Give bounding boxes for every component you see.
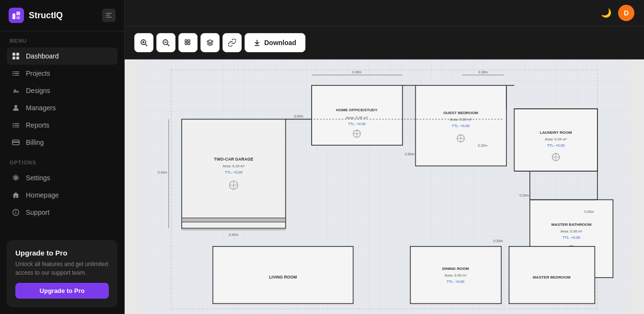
reports-icon — [12, 121, 20, 129]
svg-rect-17 — [12, 123, 14, 124]
homepage-label: Homepage — [26, 191, 59, 199]
svg-rect-22 — [14, 127, 19, 128]
user-avatar[interactable]: D — [618, 5, 634, 21]
svg-rect-9 — [16, 57, 19, 59]
svg-rect-6 — [12, 53, 15, 56]
svg-text:0.30m: 0.30m — [479, 70, 488, 74]
download-button[interactable]: Download — [245, 33, 305, 52]
svg-rect-33 — [188, 40, 190, 42]
reports-label: Reports — [26, 121, 49, 129]
main-content: 🌙 D Download — [125, 0, 644, 314]
svg-text:0.20m: 0.20m — [585, 210, 594, 213]
svg-text:Area: 0.04 m²: Area: 0.04 m² — [545, 137, 567, 141]
svg-rect-1 — [16, 12, 20, 15]
options-label: OPTIONS — [7, 160, 117, 165]
svg-rect-12 — [12, 73, 14, 74]
svg-text:MASTER BATHROOM: MASTER BATHROOM — [551, 222, 592, 227]
sidebar-item-billing[interactable]: Billing — [7, 134, 117, 151]
sidebar-toggle-button[interactable] — [102, 9, 116, 22]
svg-rect-11 — [14, 71, 19, 72]
svg-rect-15 — [14, 75, 19, 76]
zoom-in-button[interactable] — [134, 33, 153, 52]
svg-rect-13 — [14, 73, 19, 74]
topbar: 🌙 D — [125, 0, 644, 26]
svg-text:MASTER BEDROOM: MASTER BEDROOM — [533, 275, 571, 279]
svg-text:TTL: +0.00: TTL: +0.00 — [447, 279, 465, 284]
sidebar-item-support[interactable]: Support — [7, 204, 117, 221]
billing-icon — [12, 138, 20, 147]
svg-text:Area: 0.09 m²: Area: 0.09 m² — [450, 117, 472, 122]
svg-line-26 — [145, 44, 147, 46]
theme-toggle-icon[interactable]: 🌙 — [601, 8, 611, 18]
sidebar-header: StructIQ — [0, 0, 124, 31]
svg-text:Area: 0.05 m²: Area: 0.05 m² — [346, 116, 368, 120]
sidebar-item-dashboard[interactable]: Dashboard — [7, 47, 117, 65]
svg-text:LIVING ROOM: LIVING ROOM — [269, 275, 297, 279]
logo-area: StructIQ — [9, 8, 63, 23]
svg-text:TTL: +0.00: TTL: +0.00 — [225, 170, 243, 174]
svg-rect-19 — [12, 125, 14, 126]
svg-text:Area: 0.06 m²: Area: 0.06 m² — [561, 229, 583, 233]
svg-text:TWO-CAR GARAGE: TWO-CAR GARAGE — [214, 157, 253, 162]
svg-text:DINING ROOM: DINING ROOM — [442, 267, 469, 271]
svg-text:0.60m: 0.60m — [405, 152, 415, 156]
projects-label: Projects — [26, 70, 50, 77]
svg-text:TTL: +0.00: TTL: +0.00 — [452, 124, 469, 128]
svg-rect-8 — [12, 57, 15, 59]
svg-rect-20 — [14, 125, 19, 126]
billing-label: Billing — [26, 139, 44, 146]
designs-label: Designs — [26, 87, 50, 94]
svg-text:HOME OFFICE/STUDY: HOME OFFICE/STUDY — [336, 108, 378, 112]
svg-rect-43 — [182, 218, 286, 222]
floorplan-svg: TWO-CAR GARAGE Area: 0.18 m² TTL: +0.00 … — [125, 59, 644, 314]
grid-button[interactable] — [178, 33, 198, 52]
managers-label: Managers — [26, 104, 56, 112]
svg-text:TTL: +0.00: TTL: +0.00 — [348, 122, 366, 126]
svg-line-30 — [167, 44, 169, 46]
options-section: OPTIONS Settings Homepage Support — [0, 153, 124, 223]
svg-rect-18 — [14, 123, 19, 124]
svg-rect-2 — [16, 16, 20, 19]
managers-icon — [12, 104, 20, 112]
svg-rect-5 — [106, 17, 112, 18]
app-name: StructIQ — [29, 11, 63, 21]
svg-rect-10 — [12, 71, 14, 72]
svg-rect-3 — [106, 13, 112, 14]
svg-rect-4 — [106, 15, 110, 16]
svg-rect-32 — [185, 40, 187, 42]
link-button[interactable] — [222, 33, 242, 52]
app-logo-icon — [9, 8, 24, 23]
toolbar: Download — [125, 26, 644, 59]
homepage-icon — [12, 191, 20, 199]
svg-text:LAUNDRY ROOM: LAUNDRY ROOM — [540, 130, 572, 135]
svg-rect-24 — [12, 141, 19, 143]
sidebar-item-designs[interactable]: Designs — [7, 82, 117, 99]
dashboard-icon — [12, 52, 20, 60]
upgrade-pro-description: Unlock all features and get unlimited ac… — [15, 260, 109, 277]
upgrade-pro-title: Upgrade to Pro — [15, 249, 109, 257]
layers-button[interactable] — [200, 33, 220, 52]
dashboard-label: Dashboard — [26, 52, 59, 60]
svg-text:TTL: +0.00: TTL: +0.00 — [562, 235, 580, 240]
floorplan-container[interactable]: TWO-CAR GARAGE Area: 0.18 m² TTL: +0.00 … — [125, 59, 644, 314]
settings-icon — [12, 174, 20, 182]
zoom-out-button[interactable] — [156, 33, 176, 52]
svg-text:GUEST BEDROOM: GUEST BEDROOM — [444, 111, 479, 115]
sidebar-spacer — [0, 223, 124, 233]
sidebar-item-settings[interactable]: Settings — [7, 169, 117, 186]
sidebar-item-managers[interactable]: Managers — [7, 99, 117, 116]
svg-point-16 — [14, 105, 17, 108]
support-label: Support — [26, 209, 49, 216]
svg-text:Area: 0.18 m²: Area: 0.18 m² — [222, 164, 245, 168]
designs-icon — [12, 86, 20, 95]
upgrade-pro-button[interactable]: Upgrade to Pro — [15, 283, 109, 299]
sidebar-item-projects[interactable]: Projects — [7, 65, 117, 82]
svg-rect-34 — [185, 43, 187, 45]
sidebar-item-reports[interactable]: Reports — [7, 116, 117, 134]
svg-text:0.30m: 0.30m — [352, 70, 362, 74]
svg-text:TTL: +0.00: TTL: +0.00 — [547, 143, 565, 148]
download-label: Download — [264, 39, 296, 47]
svg-rect-21 — [12, 127, 14, 128]
sidebar-item-homepage[interactable]: Homepage — [7, 186, 117, 204]
svg-text:0.40m: 0.40m — [229, 233, 238, 236]
